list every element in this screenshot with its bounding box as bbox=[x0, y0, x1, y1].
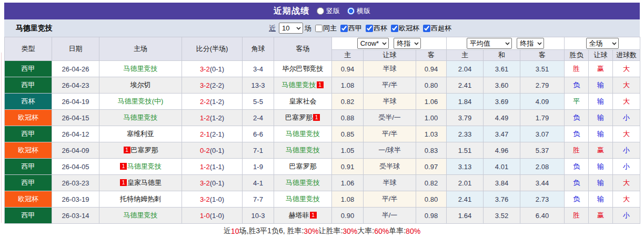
result-handicap: 赢 bbox=[589, 142, 613, 159]
vertical-radio[interactable] bbox=[317, 7, 324, 15]
scope-select-wrap: 全场 bbox=[586, 38, 619, 49]
fulltime-score: 3-2 bbox=[200, 195, 210, 203]
results-table: 类型 日期 主场 比分(半场) 角球 客场 Crow* 终指 bbox=[4, 37, 640, 224]
result-winloss: 负 bbox=[565, 77, 589, 94]
handicap-line: 一/球半 bbox=[364, 142, 416, 159]
halftime-score: (0-1) bbox=[210, 179, 224, 187]
away-team-cell: 皇家社会 bbox=[274, 94, 332, 110]
home-team-cell: 1巴塞罗那 bbox=[99, 142, 182, 159]
avg-draw-odds: 3.69 bbox=[484, 94, 520, 110]
avg-away-odds: 4.09 bbox=[520, 94, 565, 110]
recent-count-select[interactable]: 10 bbox=[279, 23, 303, 34]
league-badge: 西甲 bbox=[5, 77, 52, 94]
avg-draw-odds: 3.84 bbox=[484, 175, 520, 191]
handicap-line: 平/半 bbox=[364, 126, 416, 142]
league-checkbox-supercopa[interactable] bbox=[423, 25, 430, 32]
handicap-line: 半球 bbox=[364, 94, 416, 110]
corners-cell: 13-3 bbox=[243, 77, 274, 94]
team-title: 马德里竞技 bbox=[16, 24, 53, 33]
date-cell: 26-04-12 bbox=[52, 126, 99, 142]
league-filter-copa[interactable]: 西杯 bbox=[364, 24, 387, 33]
away-team-cell: 马德里竞技 bbox=[274, 175, 332, 191]
handicap-home-odds: 0.90 bbox=[332, 208, 364, 224]
league-filter-laliga[interactable]: 西甲 bbox=[338, 24, 362, 33]
halftime-score: (2-1) bbox=[210, 130, 224, 138]
avg-home-odds: 1.64 bbox=[447, 208, 484, 224]
fulltime-score: 3-2 bbox=[200, 65, 210, 73]
games-label: 场 bbox=[305, 24, 311, 33]
subheader-handicap-line: 让球 bbox=[364, 50, 416, 61]
stat-value: 80% bbox=[406, 227, 420, 235]
league-checkbox-ucl[interactable] bbox=[391, 25, 398, 32]
team-name: 巴塞罗那 bbox=[289, 162, 317, 170]
stat-label: 大率: bbox=[357, 226, 374, 236]
result-handicap: 输 bbox=[589, 175, 613, 191]
horizontal-radio[interactable] bbox=[347, 7, 355, 15]
scope-select[interactable]: 全场 bbox=[586, 38, 619, 49]
same-home-checkbox[interactable] bbox=[315, 25, 323, 32]
handicap-home-odds: 0.82 bbox=[332, 94, 364, 110]
team-name: 马德里竞技 bbox=[286, 179, 320, 187]
league-checkbox-copa[interactable] bbox=[366, 25, 373, 32]
result-winloss: 负 bbox=[565, 126, 589, 142]
league-label: 西杯 bbox=[374, 24, 387, 33]
league-filter-ucl[interactable]: 欧冠杯 bbox=[389, 24, 419, 33]
handicap-away-odds: 0.83 bbox=[416, 142, 447, 159]
avg-draw-odds: 4.49 bbox=[484, 110, 520, 126]
team-name: 塞维利亚 bbox=[127, 130, 154, 138]
away-team-cell: 赫塔菲1 bbox=[274, 208, 332, 224]
avg-draw-odds: 4.01 bbox=[484, 159, 520, 175]
avg-away-odds: 1.79 bbox=[520, 110, 565, 126]
home-team-cell: 马德里竞技(中) bbox=[99, 94, 182, 110]
away-team-cell: 巴塞罗那1 bbox=[274, 110, 332, 126]
average-select[interactable]: 平均值 bbox=[467, 38, 512, 49]
team-name: 巴塞罗那 bbox=[285, 113, 313, 121]
home-team-cell: 塞维利亚 bbox=[99, 126, 182, 142]
stat-value: 30% bbox=[343, 227, 357, 235]
subheader-handicap-home: 主 bbox=[332, 50, 364, 61]
handicap-home-odds: 0.94 bbox=[332, 61, 364, 77]
result-handicap: 赢 bbox=[589, 61, 613, 77]
handicap-line: 半/一 bbox=[364, 208, 416, 224]
bookmaker-select[interactable]: Crow* bbox=[357, 38, 389, 49]
subheader-avg-home: 主 bbox=[447, 50, 484, 61]
away-team-cell: 毕尔巴鄂竞技 bbox=[274, 61, 332, 77]
score-cell: 3-2(0-1) bbox=[182, 61, 243, 77]
red-number-badge: 1 bbox=[120, 163, 127, 170]
handicap-line: 平/半 bbox=[364, 191, 416, 208]
average-select-group: 平均值 终指 bbox=[447, 37, 565, 50]
handicap-away-odds: 1.03 bbox=[416, 126, 447, 142]
fulltime-score: 2-2 bbox=[200, 98, 210, 106]
fulltime-score: 1-2 bbox=[200, 163, 210, 171]
avg-draw-odds: 3.61 bbox=[484, 61, 520, 77]
away-team-cell: 马德里竞技 bbox=[274, 142, 332, 159]
handicap-line: 平/半 bbox=[364, 77, 416, 94]
team-name: 马德里竞技 bbox=[286, 130, 320, 138]
fulltime-score: 3-2 bbox=[200, 81, 210, 89]
same-home-filter[interactable]: 同主 bbox=[313, 24, 337, 33]
handicap-away-odds: 1.00 bbox=[416, 110, 447, 126]
corners-cell: 4-1 bbox=[243, 175, 274, 191]
team-name: 皇家马德里 bbox=[127, 179, 162, 187]
league-filter-supercopa[interactable]: 西超杯 bbox=[421, 24, 451, 33]
red-number-badge: 1 bbox=[124, 147, 130, 153]
date-cell: 26-03-23 bbox=[52, 175, 99, 191]
average-stage-select[interactable]: 终指 bbox=[517, 38, 544, 49]
home-team-cell: 1皇家马德里 bbox=[99, 175, 182, 191]
league-checkbox-laliga[interactable] bbox=[340, 25, 348, 32]
team-name: 马德里竞技 bbox=[124, 113, 158, 121]
avg-draw-odds: 3.76 bbox=[484, 191, 520, 208]
away-team-cell: 巴塞罗那 bbox=[274, 159, 332, 175]
handicap-line: 受半球 bbox=[364, 159, 416, 175]
league-badge: 欧冠杯 bbox=[5, 191, 52, 208]
result-handicap: 赢 bbox=[589, 208, 613, 224]
bookmaker-stage-select[interactable]: 终指 bbox=[394, 38, 421, 49]
subheader-goals: 进球数 bbox=[613, 50, 640, 61]
layout-option-horizontal[interactable]: 横版 bbox=[347, 6, 370, 16]
recent-count-select-wrap: 10 bbox=[279, 23, 303, 34]
layout-option-vertical[interactable]: 竖版 bbox=[317, 6, 340, 16]
result-goals: 大 bbox=[613, 61, 640, 77]
result-winloss: 胜 bbox=[565, 208, 589, 224]
recent-games-link[interactable]: 近 bbox=[269, 24, 276, 33]
score-cell: 2-2(1-2) bbox=[182, 94, 243, 110]
